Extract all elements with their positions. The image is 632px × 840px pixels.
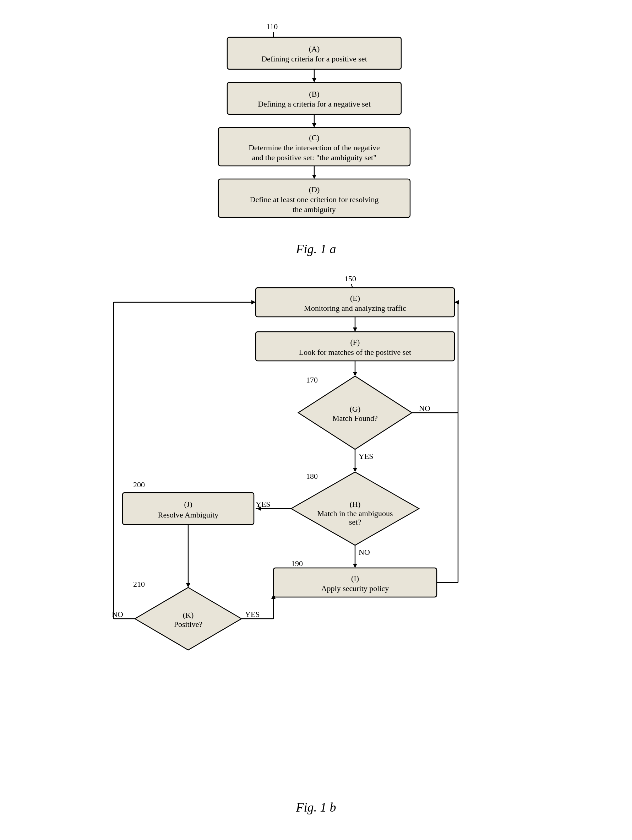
box-I-label: (I) bbox=[351, 574, 359, 583]
yes-G: YES bbox=[359, 452, 374, 461]
fig1b-label: Fig. 1 b bbox=[296, 800, 336, 815]
box-E-text: Monitoring and analyzing traffic bbox=[304, 304, 406, 313]
diamond-G-text: Match Found? bbox=[333, 414, 378, 423]
step-200-label: 200 bbox=[133, 480, 145, 489]
step-180-label: 180 bbox=[306, 472, 318, 480]
step-190-label: 190 bbox=[291, 559, 303, 568]
box-D-text1: Define at least one criterion for resolv… bbox=[250, 195, 379, 204]
fig1b-diagram: 150 (E) Monitoring and analyzing traffic… bbox=[103, 267, 529, 793]
arrowhead-G-no bbox=[454, 300, 459, 305]
no-G: NO bbox=[419, 404, 430, 413]
diamond-G-label: (G) bbox=[350, 404, 361, 414]
arrowhead-F-G bbox=[353, 372, 357, 376]
arrowhead-C-D bbox=[312, 175, 316, 179]
box-B-label: (B) bbox=[309, 90, 319, 98]
box-A-text: Defining criteria for a positive set bbox=[261, 54, 367, 63]
box-B-text: Defining a criteria for a negative set bbox=[258, 99, 371, 108]
page: 110 (A) Defining criteria for a positive… bbox=[0, 0, 632, 840]
box-J-text: Resolve Ambiguity bbox=[158, 510, 219, 519]
diamond-H-text2: set? bbox=[349, 518, 361, 526]
box-C-text2: and the positive set: "the ambiguity set… bbox=[252, 153, 377, 162]
arrowhead-J-K bbox=[186, 583, 190, 587]
arrowhead-A-B bbox=[312, 78, 316, 82]
step-210-label: 210 bbox=[133, 579, 145, 589]
box-A-label: (A) bbox=[309, 44, 320, 53]
box-J-label: (J) bbox=[184, 500, 192, 508]
diamond-H-label: (H) bbox=[350, 500, 361, 508]
diamond-H-text1: Match in the ambiguous bbox=[317, 509, 393, 518]
diamond-K-text: Positive? bbox=[174, 620, 203, 628]
fig1a-label: Fig. 1 a bbox=[296, 242, 336, 256]
arrowhead-B-C bbox=[312, 123, 316, 128]
yes-K: YES bbox=[245, 610, 260, 619]
fig1b-section: 150 (E) Monitoring and analyzing traffic… bbox=[0, 267, 632, 818]
box-C-label: (C) bbox=[309, 133, 319, 142]
box-F-label: (F) bbox=[350, 338, 360, 347]
step-150-label: 150 bbox=[344, 274, 356, 283]
box-C-text1: Determine the intersection of the negati… bbox=[249, 143, 380, 152]
box-D-text2: the ambiguity bbox=[293, 205, 336, 214]
step-170-label: 170 bbox=[306, 376, 318, 384]
step-110-label: 110 bbox=[266, 22, 277, 31]
no-H: NO bbox=[359, 548, 370, 557]
yes-H: YES bbox=[255, 500, 271, 508]
box-E-label: (E) bbox=[350, 294, 360, 303]
diamond-K-label: (K) bbox=[183, 611, 194, 619]
box-I-text: Apply security policy bbox=[322, 584, 389, 593]
box-F-text: Look for matches of the positive set bbox=[299, 348, 411, 357]
arrowhead-H-no bbox=[353, 564, 357, 568]
arrowhead-E-F bbox=[353, 327, 357, 332]
arrowhead-G-yes bbox=[353, 468, 357, 472]
fig1a-diagram: 110 (A) Defining criteria for a positive… bbox=[156, 14, 476, 234]
arrowhead-K-no bbox=[251, 300, 255, 305]
box-D-label: (D) bbox=[309, 185, 320, 194]
fig1a-section: 110 (A) Defining criteria for a positive… bbox=[0, 14, 632, 260]
